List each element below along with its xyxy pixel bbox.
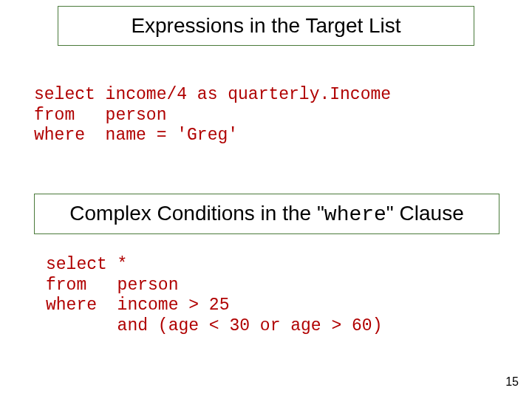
heading-where-post: " Clause	[386, 202, 464, 225]
page-number: 15	[505, 375, 519, 389]
sql-code-target-list: select income/4 as quarterly.Income from…	[34, 85, 391, 146]
heading-where-clause: Complex Conditions in the "where" Clause	[34, 194, 499, 234]
heading-where-mono: where	[324, 203, 386, 226]
sql-code-where-clause: select * from person where income > 25 a…	[46, 255, 382, 336]
heading-target-list: Expressions in the Target List	[58, 6, 474, 46]
slide: Expressions in the Target List select in…	[0, 0, 532, 399]
heading-where-pre: Complex Conditions in the "	[69, 202, 324, 225]
heading-target-list-text: Expressions in the Target List	[131, 14, 400, 37]
